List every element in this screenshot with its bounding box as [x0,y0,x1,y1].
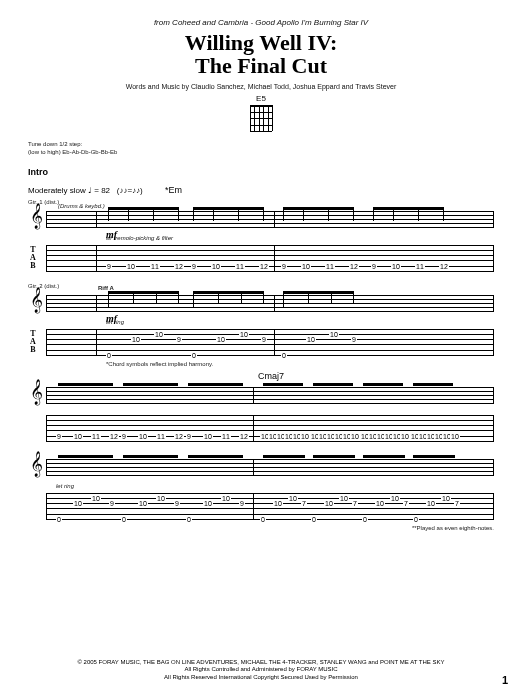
tuning-info: Tune down 1/2 step: (low to high) Eb-Ab-… [28,141,494,157]
tab-staff-gtr2-2: 0 10 10 9 0 10 10 9 0 10 10 9 0 10 10 7 … [28,491,494,523]
credits-line: Words and Music by Claudio Sanchez, Mich… [28,83,494,90]
fret: 9 [281,263,287,270]
fret: 11 [325,263,335,270]
fret: 10 [306,336,316,343]
tuning-line-1: Tune down 1/2 step: [28,141,494,149]
fret: 12 [174,263,184,270]
gtr2-technique: let ring [106,319,494,325]
source-album: Good Apollo I'm Burning Star IV [255,18,368,27]
fret: 0 [281,352,287,359]
tab-staff-gtr1-2: 9 10 11 12 9 10 11 12 9 10 11 12 10 10 1… [28,413,494,445]
fret: 12 [259,263,269,270]
fret: 0 [260,516,266,523]
fret: 10 [211,263,221,270]
fret: 10 [156,495,166,502]
source-artist: Coheed and Cambria [172,18,248,27]
fret: 10 [400,433,410,440]
fret: 10 [126,263,136,270]
section-label: Intro [28,167,48,177]
fret: 9 [56,433,62,440]
fret: 10 [375,500,385,507]
notation-staff-gtr1-2: Cmaj7 𝄞 [28,381,494,411]
notation-staff-gtr2: Riff A 𝄞 mf [28,289,494,319]
notation-staff-gtr2-2: 𝄞 [28,453,494,483]
fret: 9 [191,263,197,270]
chord-symbol-cmaj7: Cmaj7 [258,371,284,381]
fret: 9 [174,500,180,507]
fret: 9 [106,263,112,270]
copyright-line-3: All Rights Reserved International Copyri… [28,674,494,682]
footnote-1: *Chord symbols reflect implied harmony. [106,361,494,367]
fret: 10 [216,336,226,343]
fret: 10 [273,500,283,507]
dynamic-mf: mf [106,313,117,324]
fret: 7 [301,500,307,507]
fret: 9 [371,263,377,270]
fret: 10 [221,495,231,502]
fret: 10 [300,433,310,440]
fret: 9 [176,336,182,343]
fret: 12 [349,263,359,270]
intro-header: Intro Moderately slow ♩ = 82 (♪♪=♪♪) *Em [28,161,494,197]
fret: 10 [73,500,83,507]
fret: 10 [138,500,148,507]
title-line-2: The Final Cut [195,53,327,78]
fret: 10 [426,500,436,507]
fret: 10 [73,433,83,440]
source-line: from Coheed and Cambria - Good Apollo I'… [28,18,494,27]
tab-staff-gtr1: TAB 9 10 11 12 9 10 11 12 9 10 11 12 9 1… [28,243,494,275]
title-line-1: Willing Well IV: [185,30,337,55]
fret: 10 [329,331,339,338]
staff-system-2-gtr2: 𝄞 let ring 0 10 10 9 0 [28,453,494,531]
page-number: 1 [502,674,508,686]
fret: 9 [186,433,192,440]
fret: 10 [91,495,101,502]
treble-clef-icon: 𝄞 [30,453,43,475]
swing-feel: (♪♪=♪♪) [117,186,143,195]
gtr1-technique: w/ tremolo-picking & filter [106,235,494,241]
chord-diagram [250,105,272,131]
fret: 11 [91,433,101,440]
fret: 10 [301,263,311,270]
fret: 10 [131,336,141,343]
copyright-line-2: All Rights Controlled and Administered b… [28,666,494,674]
fret: 11 [235,263,245,270]
fret: 11 [221,433,231,440]
page-title: Willing Well IV: The Final Cut [28,31,494,77]
dynamic-mf: mf [106,229,117,240]
staff-system-1-gtr2: Gtr. 2 (dist.) Riff A 𝄞 mf let ring TAB [28,283,494,367]
tab-label-icon: TAB [30,246,36,270]
fret: 11 [415,263,425,270]
fret: 9 [351,336,357,343]
chord-reference: E5 [28,94,494,135]
fret: 11 [150,263,160,270]
fret: 0 [191,352,197,359]
key-chord: *Em [165,185,182,195]
fret: 9 [261,336,267,343]
fret: 0 [106,352,112,359]
fret: 9 [239,500,245,507]
fret: 0 [362,516,368,523]
fret: 0 [56,516,62,523]
tab-label-icon: TAB [30,330,36,354]
staff-system-1-gtr1: Gtr. 1 (dist.) (Drums & keybd.) 𝄞 mf w/ … [28,199,494,275]
fret: 12 [109,433,119,440]
treble-clef-icon: 𝄞 [30,381,43,403]
fret: 10 [350,433,360,440]
fret: 12 [239,433,249,440]
source-prefix: from [154,18,172,27]
sheet-music-page: from Coheed and Cambria - Good Apollo I'… [0,0,522,696]
fret: 10 [288,495,298,502]
fret: 7 [454,500,460,507]
notation-staff-gtr1: (Drums & keybd.) 𝄞 mf [28,205,494,235]
fret: 0 [311,516,317,523]
fret: 7 [403,500,409,507]
fret: 9 [121,433,127,440]
fret: 7 [352,500,358,507]
letring-note: let ring [56,483,494,489]
fret: 9 [109,500,115,507]
fret: 10 [154,331,164,338]
fret: 10 [391,263,401,270]
staff-system-2-gtr1: Cmaj7 𝄞 9 10 11 12 9 [28,381,494,445]
fret: 10 [203,433,213,440]
